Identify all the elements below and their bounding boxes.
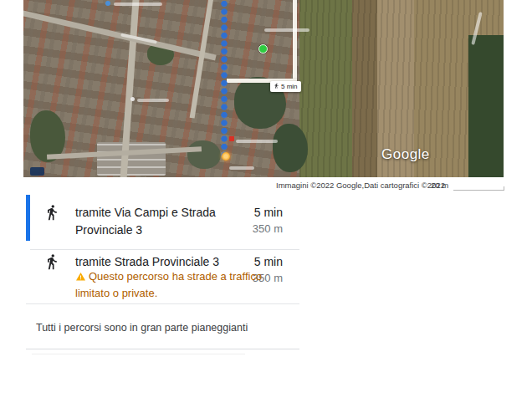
map-label-blur: [114, 3, 162, 6]
divider: [26, 303, 299, 304]
map-label-blur: [229, 166, 254, 170]
map-label-blur: [236, 140, 278, 143]
walking-icon: [274, 83, 279, 90]
route-start-marker[interactable]: [222, 152, 230, 161]
google-logo-watermark: Google: [381, 146, 430, 163]
poi-marker-red[interactable]: [229, 136, 234, 141]
map-tree-line: [468, 35, 504, 177]
route-time-badge-label: 5 min: [281, 84, 298, 90]
map-vegetation-patch: [273, 124, 308, 172]
map-highlighted-road: [293, 0, 297, 83]
map-scale-bar: [453, 186, 504, 191]
map-vegetation-patch: [187, 140, 221, 169]
elevation-note: Tutti i percorsi sono in gran parte pian…: [36, 322, 248, 334]
divider: [26, 349, 299, 349]
walking-icon: [43, 253, 60, 270]
route-values: 5 min 350 m: [220, 204, 283, 237]
route-option-1[interactable]: tramite Via Campi e Strada Provinciale 3…: [0, 202, 532, 259]
warning-icon: [75, 272, 86, 282]
route-duration: 5 min: [220, 204, 283, 221]
satellite-map[interactable]: 5 min Google: [23, 0, 504, 177]
route-distance: 350 m: [220, 221, 283, 237]
directions-page: { "map": { "watermark": "Google", "route…: [0, 0, 532, 418]
map-attribution-bar: Immagini ©2022 Google,Dati cartografici …: [23, 177, 504, 192]
map-attribution-text: Immagini ©2022 Google,Dati cartografici …: [276, 181, 445, 190]
map-label-blur: [137, 99, 169, 102]
map-parking-lot: [97, 142, 166, 176]
divider: [30, 249, 299, 250]
divider: [32, 354, 245, 354]
map-label-blur: [264, 28, 309, 32]
walking-icon: [43, 204, 60, 221]
route-end-marker[interactable]: [258, 44, 268, 54]
poi-marker-dark[interactable]: [30, 167, 44, 176]
poi-marker-blue[interactable]: [105, 1, 110, 6]
poi-marker-white[interactable]: [130, 97, 135, 101]
walking-route-polyline: [221, 0, 228, 159]
route-time-badge[interactable]: 5 min: [270, 81, 301, 92]
route-warning: Questo percorso ha strade a traffico lim…: [75, 268, 278, 302]
route-duration: 5 min: [220, 253, 283, 270]
map-scale-label: 20 m: [431, 181, 448, 190]
route-warning-text: Questo percorso ha strade a traffico lim…: [75, 270, 262, 299]
route-option-2[interactable]: tramite Strada Provinciale 3 5 min 350 m…: [0, 252, 532, 314]
